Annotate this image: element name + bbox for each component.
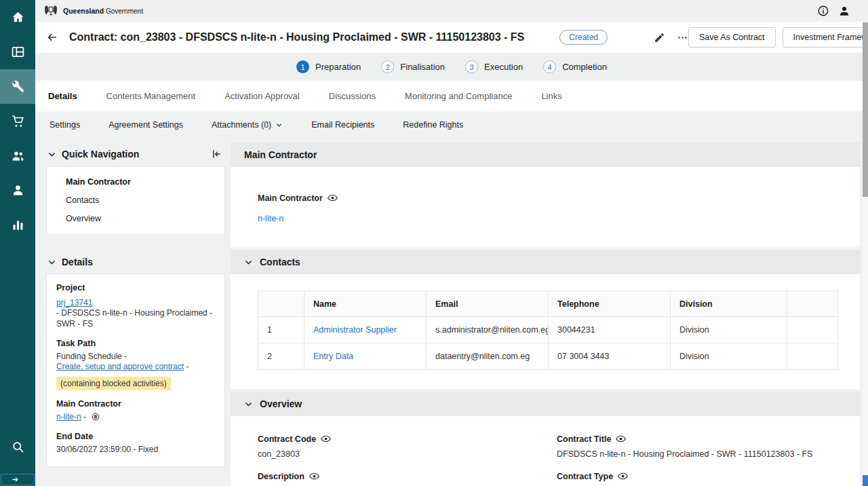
- home-icon: [11, 10, 25, 24]
- task-path-prefix: Funding Schedule -: [56, 352, 215, 362]
- logo-text-primary: Queensland: [63, 7, 104, 15]
- contract-code-label: Contract Code: [258, 434, 316, 444]
- step-execution[interactable]: 3 Execution: [465, 60, 523, 73]
- table-row: 1 Administrator Supplier s.administrator…: [258, 317, 838, 343]
- quick-navigation-title: Quick Navigation: [62, 149, 139, 160]
- contract-title-value: DFSDSCS n-lite-n - Housing Proclaimed - …: [557, 449, 838, 459]
- quick-navigation-card: Main Contractor Contacts Overview: [46, 166, 225, 235]
- detail-end-date: End Date 30/06/2027 23:59:00 - Fixed: [56, 432, 215, 455]
- details-card: Project prj_13741 - DFSDSCS n-lite-n - H…: [46, 274, 225, 467]
- contact-name-link[interactable]: Entry Data: [313, 352, 353, 361]
- more-options-button[interactable]: [677, 32, 688, 43]
- subtab-agreement-settings[interactable]: Agreement Settings: [108, 120, 183, 130]
- status-badge: Created: [559, 30, 608, 45]
- user-icon[interactable]: [838, 5, 850, 17]
- queensland-government-logo[interactable]: Queensland Government: [42, 4, 143, 18]
- main-contractor-value-link[interactable]: n-lite-n: [258, 214, 283, 223]
- edit-pencil-icon: [654, 32, 665, 43]
- quick-nav-item-overview[interactable]: Overview: [47, 210, 224, 228]
- task-path-link[interactable]: Create, setup and approve contract: [56, 362, 184, 371]
- sidebar-item-profile[interactable]: [0, 173, 35, 208]
- scrollbar-thumb[interactable]: [863, 22, 868, 197]
- step-completion[interactable]: 4 Completion: [543, 60, 607, 73]
- investment-framework-lookup-button[interactable]: Investment Framework Lookup: [783, 27, 868, 48]
- main-contractor-field: Main Contractor: [258, 193, 833, 203]
- tools-icon: [11, 79, 25, 94]
- details-panel-title: Details: [62, 257, 93, 267]
- quick-nav-item-contacts[interactable]: Contacts: [47, 191, 224, 210]
- field-description: Description: [258, 471, 557, 481]
- subtab-email-recipients[interactable]: Email Recipients: [311, 120, 374, 130]
- cell-division: Division: [671, 343, 787, 370]
- application-window: Queensland Government Contract: con_2380…: [0, 0, 868, 486]
- cell-telephone: 07 3004 3443: [549, 343, 671, 370]
- cart-icon: [11, 114, 25, 128]
- task-path-label: Task Path: [56, 339, 215, 348]
- person-icon: [11, 183, 25, 198]
- project-link[interactable]: prj_13741: [56, 298, 92, 307]
- back-button[interactable]: [46, 30, 58, 45]
- contract-code-value: con_23803: [258, 449, 557, 459]
- step-preparation[interactable]: 1 Preparation: [296, 60, 361, 73]
- quick-navigation-header[interactable]: Quick Navigation: [46, 143, 225, 166]
- save-as-contract-button[interactable]: Save As Contract: [688, 27, 776, 48]
- sidebar-item-reports[interactable]: [0, 208, 35, 242]
- subtab-attachments[interactable]: Attachments (0): [212, 120, 283, 130]
- tab-discussions[interactable]: Discussions: [329, 91, 376, 101]
- sidebar-expand-button[interactable]: [1, 474, 35, 485]
- section-title: Overview: [260, 398, 302, 409]
- scrollbar-corner-marker: [863, 475, 868, 486]
- detail-main-contractor: Main Contractor n-lite-n -: [56, 399, 215, 423]
- contract-type-label: Contract Type: [557, 472, 613, 481]
- contacts-section: Name Email Telephone Division 1: [231, 274, 860, 389]
- section-overview-header[interactable]: Overview: [231, 392, 860, 416]
- chevron-down-icon: [275, 122, 283, 129]
- supplier-profile-button[interactable]: [91, 412, 100, 422]
- edit-button[interactable]: [654, 32, 665, 43]
- contact-name-link[interactable]: Administrator Supplier: [313, 325, 397, 335]
- back-icon: [46, 31, 58, 43]
- tab-monitoring-and-compliance[interactable]: Monitoring and Compliance: [405, 91, 512, 101]
- table-header-row: Name Email Telephone Division: [258, 291, 838, 317]
- table-header-index: [258, 291, 304, 317]
- cell-actions: [787, 343, 838, 370]
- table-header-email: Email: [427, 291, 549, 317]
- tab-contents-management[interactable]: Contents Management: [106, 91, 196, 101]
- eye-icon[interactable]: [616, 434, 626, 444]
- eye-icon[interactable]: [309, 471, 319, 481]
- detail-task-path: Task Path Funding Schedule - Create, set…: [56, 339, 215, 391]
- cell-index: 1: [258, 317, 304, 343]
- field-contract-title: Contract Title DFSDSCS n-lite-n - Housin…: [557, 434, 838, 459]
- collapse-left-icon: [210, 148, 222, 160]
- subtab-attachments-label: Attachments (0): [212, 120, 271, 130]
- sidebar-item-dashboard[interactable]: [0, 35, 35, 69]
- tab-activation-approval[interactable]: Activation Approval: [224, 91, 300, 101]
- main-contractor-link[interactable]: n-lite-n: [56, 412, 81, 422]
- left-panel: Quick Navigation Main Contractor Contact…: [46, 143, 225, 486]
- sidebar-item-suppliers[interactable]: [0, 138, 35, 173]
- quick-nav-item-main-contractor[interactable]: Main Contractor: [47, 173, 224, 191]
- tab-details[interactable]: Details: [48, 91, 77, 101]
- section-contacts-header[interactable]: Contacts: [231, 250, 860, 274]
- subtab-redefine-rights[interactable]: Redefine Rights: [403, 120, 463, 130]
- info-icon[interactable]: [817, 5, 829, 17]
- eye-icon[interactable]: [321, 434, 331, 444]
- step-label: Finalisation: [400, 62, 445, 72]
- sidebar-item-home[interactable]: [0, 0, 35, 35]
- eye-icon[interactable]: [328, 193, 338, 203]
- sidebar-item-search[interactable]: [0, 430, 35, 464]
- subtab-settings[interactable]: Settings: [50, 120, 80, 130]
- eye-icon[interactable]: [618, 471, 628, 481]
- section-main-contractor-header: Main Contractor: [231, 143, 860, 167]
- more-options-icon: [677, 32, 688, 43]
- vertical-scrollbar: [863, 22, 868, 486]
- step-finalisation[interactable]: 2 Finalisation: [381, 60, 445, 73]
- details-panel-header[interactable]: Details: [46, 251, 225, 274]
- search-icon: [11, 440, 25, 454]
- sidebar-item-procurement[interactable]: [0, 104, 35, 138]
- tab-links[interactable]: Links: [541, 91, 561, 101]
- logo-text: Queensland Government: [63, 7, 143, 15]
- sidebar-item-contracts[interactable]: [0, 69, 35, 104]
- detail-project: Project prj_13741 - DFSDSCS n-lite-n - H…: [56, 283, 215, 330]
- collapse-panel-button[interactable]: [210, 148, 222, 160]
